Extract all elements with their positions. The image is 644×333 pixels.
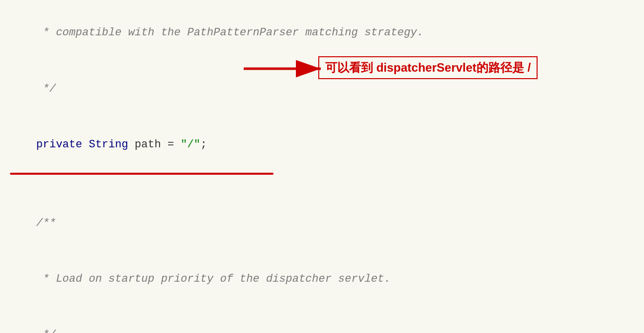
annotation-text: 可以看到 dispatcherServlet的路径是 / bbox=[325, 61, 531, 74]
red-underline bbox=[10, 173, 274, 175]
comment-text-1: * compatible with the PathPatternParser … bbox=[36, 26, 424, 39]
arrow-annotation: 可以看到 dispatcherServlet的路径是 / bbox=[244, 54, 333, 86]
code-line-path: private String path = "/"; bbox=[10, 116, 634, 172]
eq-sign: = bbox=[161, 138, 174, 151]
code-line-comment1: * compatible with the PathPatternParser … bbox=[10, 5, 634, 61]
type-string: String bbox=[82, 138, 128, 151]
code-line-jsdoc1: /** bbox=[10, 196, 634, 251]
code-container: * compatible with the PathPatternParser … bbox=[0, 0, 644, 333]
semicolon: ; bbox=[200, 138, 207, 151]
code-line-jsdoc3: */ bbox=[10, 307, 634, 333]
annotation-box: 可以看到 dispatcherServlet的路径是 / bbox=[318, 56, 538, 79]
jsdoc-close: */ bbox=[36, 329, 56, 333]
string-value: "/" bbox=[174, 138, 200, 151]
comment-text-2: */ bbox=[36, 83, 56, 95]
jsdoc-open: /** bbox=[36, 217, 56, 229]
keyword-private: private bbox=[36, 138, 82, 151]
var-path: path bbox=[128, 138, 161, 151]
empty-line-1 bbox=[10, 177, 634, 196]
jsdoc-text: * Load on startup priority of the dispat… bbox=[36, 273, 391, 285]
code-line-jsdoc2: * Load on startup priority of the dispat… bbox=[10, 251, 634, 307]
underline-container bbox=[10, 173, 634, 177]
